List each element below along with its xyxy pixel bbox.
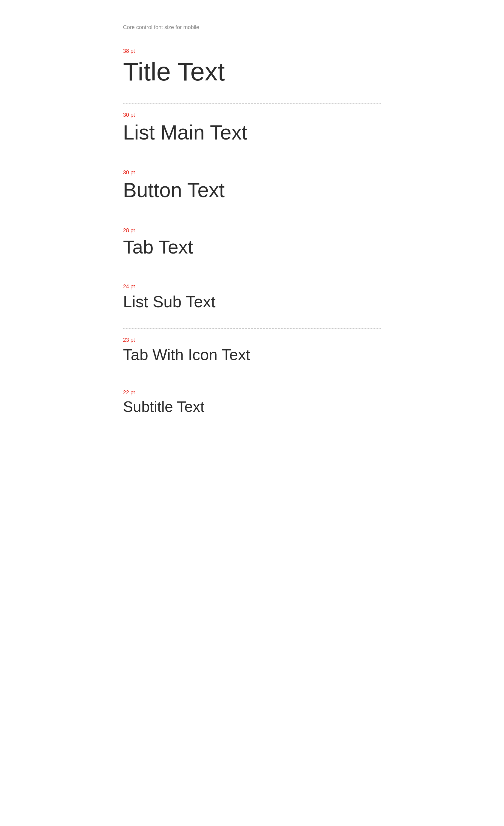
font-size-label-subtitle-text: 22 pt [123,381,381,399]
font-entry-button-text: 30 ptButton Text [123,161,381,219]
font-size-label-tab-text: 28 pt [123,219,381,237]
font-sample-tab-text: Tab Text [123,237,381,266]
font-entry-list-main-text: 30 ptList Main Text [123,104,381,162]
font-entry-title-text: 38 ptTitle Text [123,40,381,104]
font-sample-list-sub-text: List Sub Text [123,293,381,319]
font-size-label-title-text: 38 pt [123,40,381,57]
font-size-label-list-sub-text: 24 pt [123,275,381,293]
font-entry-tab-with-icon-text: 23 ptTab With Icon Text [123,329,381,381]
page-header-label: Core control font size for mobile [123,24,199,30]
font-sample-subtitle-text: Subtitle Text [123,399,381,424]
font-size-label-tab-with-icon-text: 23 pt [123,329,381,346]
font-entry-subtitle-text: 22 ptSubtitle Text [123,381,381,433]
entries-container: 38 ptTitle Text30 ptList Main Text30 ptB… [123,40,381,433]
font-sample-list-main-text: List Main Text [123,121,381,152]
font-entry-tab-text: 28 ptTab Text [123,219,381,275]
page-container: Core control font size for mobile 38 ptT… [123,0,381,433]
font-sample-tab-with-icon-text: Tab With Icon Text [123,346,381,372]
font-size-label-button-text: 30 pt [123,161,381,179]
font-sample-title-text: Title Text [123,57,381,94]
page-header: Core control font size for mobile [123,18,381,31]
font-size-label-list-main-text: 30 pt [123,104,381,121]
font-entry-list-sub-text: 24 ptList Sub Text [123,275,381,328]
font-sample-button-text: Button Text [123,179,381,210]
